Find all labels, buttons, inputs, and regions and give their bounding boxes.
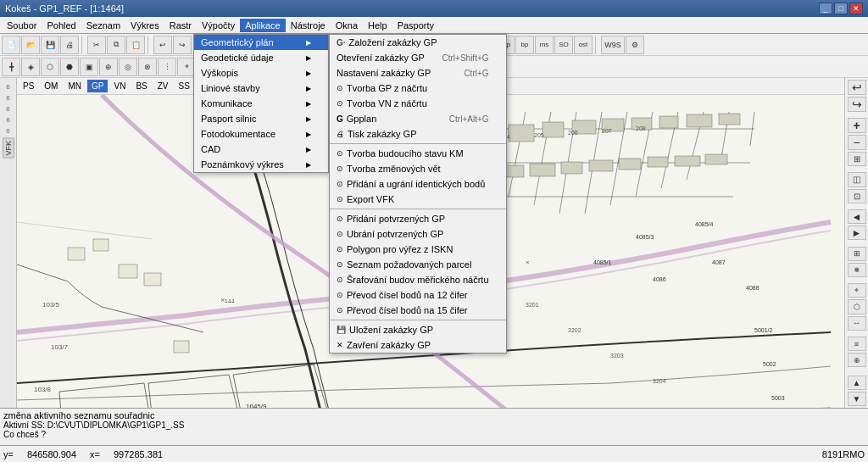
menu-rastr[interactable]: Rastr [164,19,197,32]
menu-nastroje[interactable]: Nástroje [286,19,331,32]
rt-undo[interactable]: ↩ [848,80,866,95]
rt-meas[interactable]: ⌖ [848,283,866,298]
sub-ulozeni[interactable]: 💾Uložení zakázky GP [330,322,506,337]
rt-tool1[interactable]: ◫ [848,172,866,186]
sub-tvorba-nacrt[interactable]: ⊙Tvorba GP z náčrtu [330,81,506,96]
rt-snap[interactable]: ⋇ [848,263,866,277]
menu-help[interactable]: Help [363,19,392,32]
sub-tisk[interactable]: 🖨Tisk zakázky GP [330,126,506,142]
sub-zavreni[interactable]: ✕Zavření zakázky GP [330,337,506,353]
tool8[interactable]: ⊗ [138,58,157,76]
sub-nastaveni[interactable]: Nastavení zakázky GP Ctrl+G [330,65,506,81]
menu-komunikace[interactable]: Komunikace [194,96,328,111]
rt-area[interactable]: ⬡ [848,299,866,314]
rt-zoom-in[interactable]: + [848,118,866,133]
rt-zoom-all[interactable]: ⊞ [848,152,866,166]
maptop-om[interactable]: OM [40,80,62,92]
tool5[interactable]: ▣ [80,58,98,76]
mode-bp[interactable]: bp [515,36,534,54]
sub-tvorba-zmenov[interactable]: ⊙Tvorba změnových vět [330,161,506,176]
mode-so[interactable]: SO [554,36,573,54]
menu-geodeticke-udaje[interactable]: Geodetické údaje [194,50,328,65]
maximize-button[interactable]: □ [834,3,848,14]
scroll-up[interactable]: ▲ [848,376,866,390]
sub-pridani-identickych[interactable]: ⊙Přidání a ugrání identických bodů [330,176,506,192]
cut-btn[interactable]: ✂ [87,36,106,54]
rt-grid[interactable]: ⊞ [848,247,866,261]
extra1[interactable]: W9S [601,36,625,54]
svg-text:103/5: 103/5 [42,301,60,309]
close-button[interactable]: ✕ [849,3,863,14]
vfk-side-label[interactable]: VFK [3,138,14,159]
maptop-mn[interactable]: MN [64,80,86,92]
menu-vyskopis[interactable]: Výškopis [194,65,328,81]
copy-btn[interactable]: ⧉ [107,36,125,54]
menu-geometricky-plan[interactable]: Geometrický plán [194,35,328,50]
maptop-zv[interactable]: ZV [153,80,173,92]
aplikace-dropdown[interactable]: Geometrický plán Geodetické údaje Výškop… [193,34,329,173]
sub-seznam-parcel[interactable]: ⊙Seznam požadovaných parcel [330,257,506,272]
rt-prop[interactable]: ≡ [848,337,866,351]
tool1[interactable]: ╋ [2,58,20,76]
menu-cad[interactable]: CAD [194,142,328,157]
menu-soubor[interactable]: Soubor [2,19,42,32]
sub-pridani-potvr[interactable]: ⊙Přidání potvrzených GP [330,211,506,226]
tool9[interactable]: ⋮ [158,58,176,76]
svg-rect-60 [93,239,108,251]
tool3[interactable]: ⬡ [41,58,59,76]
menu-seznam[interactable]: Seznam [81,19,125,32]
menu-okna[interactable]: Okna [331,19,363,32]
rt-redo[interactable]: ↪ [848,97,866,112]
sub-srafovani[interactable]: ⊙Šrafování budov měřického náčrtu [330,272,506,287]
menu-aplikace[interactable]: Aplikace [240,19,286,32]
sub-export-vfk[interactable]: ⊙Export VFK [330,192,506,207]
x-coord-label: x= [90,449,100,459]
sub-prevod-12[interactable]: ⊙Převod čísel bodů na 12 čifer [330,287,506,303]
paste-btn[interactable]: 📋 [126,36,145,54]
menu-poznamkovy-vykres[interactable]: Poznámkový výkres [194,157,328,172]
sub-prevod-15[interactable]: ⊙Převod čísel bodů na 15 čifer [330,303,506,318]
open-btn[interactable]: 📂 [21,36,40,54]
rt-tool2[interactable]: ⊡ [848,189,866,203]
sub-polygon-vyrez[interactable]: ⊙Polygon pro výřez z ISKN [330,242,506,257]
maptop-ps[interactable]: PS [19,80,38,92]
menu-vypocty[interactable]: Výpočty [197,19,240,32]
sep1 [330,143,506,144]
print-btn[interactable]: 🖨 [60,36,79,54]
minimize-button[interactable]: _ [819,3,832,14]
tool6[interactable]: ⊕ [99,58,118,76]
menu-liniove-stavby[interactable]: Liniové stavby [194,81,328,96]
new-btn[interactable]: 📄 [2,36,20,54]
sub-tvorba-vn[interactable]: ⊙Tvorba VN z náčrtu [330,96,506,111]
sub-zalozeni[interactable]: G·Založení zakázky GP [330,35,506,50]
rt-zoom-out[interactable]: − [848,135,866,150]
menu-vykres[interactable]: Výkres [125,19,164,32]
menu-fotodokumentace[interactable]: Fotodokumentace [194,126,328,142]
save-btn[interactable]: 💾 [41,36,59,54]
maptop-gp[interactable]: GP [87,80,108,92]
sub-otevreni[interactable]: Otevření zakázky GP Ctrl+Shift+G [330,50,506,65]
menu-pohled[interactable]: Pohled [42,19,81,32]
tool4[interactable]: ⬣ [60,58,79,76]
rt-right[interactable]: ► [848,225,866,240]
sub-gpplan[interactable]: GGpplan Ctrl+Alt+G [330,111,506,126]
rt-dist[interactable]: ↔ [848,316,866,331]
undo-btn[interactable]: ↩ [153,36,172,54]
rt-layer[interactable]: ⊕ [848,353,866,367]
tool2[interactable]: ◈ [21,58,40,76]
tool7[interactable]: ◎ [119,58,137,76]
menu-pasport-silnic[interactable]: Pasport silnic [194,111,328,126]
scroll-down[interactable]: ▼ [848,392,866,406]
sub-ubrani-potvr[interactable]: ⊙Ubrání potvrzených GP [330,226,506,242]
maptop-bs[interactable]: BS [131,80,151,92]
maptop-ss[interactable]: SS [175,80,194,92]
sub-tvorba-budouci[interactable]: ⊙Tvorba budoucího stavu KM [330,146,506,161]
maptop-vn[interactable]: VN [109,80,130,92]
geom-plan-dropdown[interactable]: G·Založení zakázky GP Otevření zakázky G… [329,34,507,353]
redo-btn[interactable]: ↪ [173,36,192,54]
menu-pasporty[interactable]: Pasporty [392,19,439,32]
extra2[interactable]: ⚙ [626,36,644,54]
mode-ost[interactable]: ost [574,36,593,54]
rt-left[interactable]: ◄ [848,209,866,224]
mode-ms[interactable]: ms [535,36,554,54]
